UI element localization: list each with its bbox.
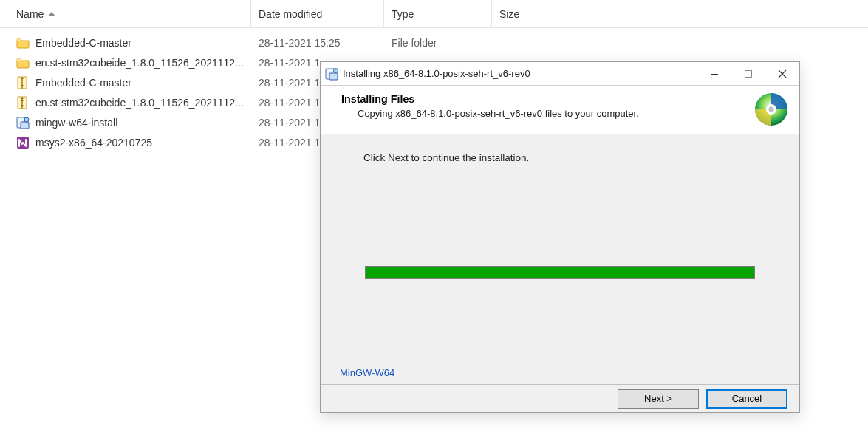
progress-bar [365, 266, 755, 279]
column-label: Date modified [259, 8, 322, 20]
installer-icon [16, 116, 30, 129]
installer-dialog: Installing x86_64-8.1.0-posix-seh-rt_v6-… [320, 61, 800, 413]
window-title: Installing x86_64-8.1.0-posix-seh-rt_v6-… [343, 68, 697, 79]
column-header-date[interactable]: Date modified [251, 0, 384, 27]
column-header-type[interactable]: Type [384, 0, 492, 27]
cancel-button[interactable]: Cancel [706, 389, 787, 409]
file-name: en.st-stm32cubeide_1.8.0_11526_2021112..… [35, 97, 244, 109]
column-label: Name [16, 8, 44, 20]
svg-rect-3 [711, 74, 718, 75]
column-label: Size [499, 8, 519, 20]
column-header-name[interactable]: Name [0, 0, 251, 27]
explorer-column-headers: Name Date modified Type Size [0, 0, 868, 28]
svg-point-7 [769, 107, 774, 112]
file-name: mingw-w64-install [35, 117, 117, 129]
svg-point-2 [334, 68, 338, 72]
file-name: Embedded-C-master [35, 37, 131, 49]
groupbox-divider [329, 372, 790, 372]
wizard-subtitle: Copying x86_64-8.1.0-posix-seh-rt_v6-rev… [341, 108, 786, 119]
progress-fill [366, 267, 754, 278]
instruction-text: Click Next to continue the installation. [363, 152, 529, 163]
svg-rect-4 [745, 70, 752, 77]
sort-asc-icon [48, 10, 55, 18]
column-header-size[interactable]: Size [492, 0, 573, 27]
folder-icon [16, 56, 30, 69]
wizard-heading: Installing Files [341, 93, 786, 105]
zip-icon [16, 96, 30, 109]
zip-icon [16, 76, 30, 89]
wizard-header: Installing Files Copying x86_64-8.1.0-po… [321, 86, 799, 134]
msys-icon [16, 136, 30, 149]
minimize-button[interactable] [697, 62, 731, 85]
column-label: Type [392, 8, 414, 20]
wizard-body: Click Next to continue the installation.… [321, 134, 799, 384]
folder-icon [16, 36, 30, 50]
file-date: 28-11-2021 15:25 [251, 37, 384, 49]
file-row[interactable]: Embedded-C-master 28-11-2021 15:25 File … [0, 33, 868, 52]
maximize-button[interactable] [731, 62, 765, 85]
titlebar[interactable]: Installing x86_64-8.1.0-posix-seh-rt_v6-… [321, 62, 799, 86]
installer-app-icon [325, 67, 338, 81]
file-name: Embedded-C-master [35, 77, 131, 89]
groupbox-label: MinGW-W64 [337, 367, 397, 378]
close-button[interactable] [765, 62, 799, 85]
file-name: en.st-stm32cubeide_1.8.0_11526_2021112..… [35, 57, 244, 69]
cd-disc-icon [753, 92, 789, 127]
window-controls [697, 62, 799, 85]
next-button[interactable]: Next > [618, 389, 699, 409]
wizard-footer: Next > Cancel [321, 384, 799, 412]
svg-rect-1 [329, 73, 338, 80]
file-name: msys2-x86_64-20210725 [35, 137, 152, 149]
file-type: File folder [384, 37, 492, 49]
